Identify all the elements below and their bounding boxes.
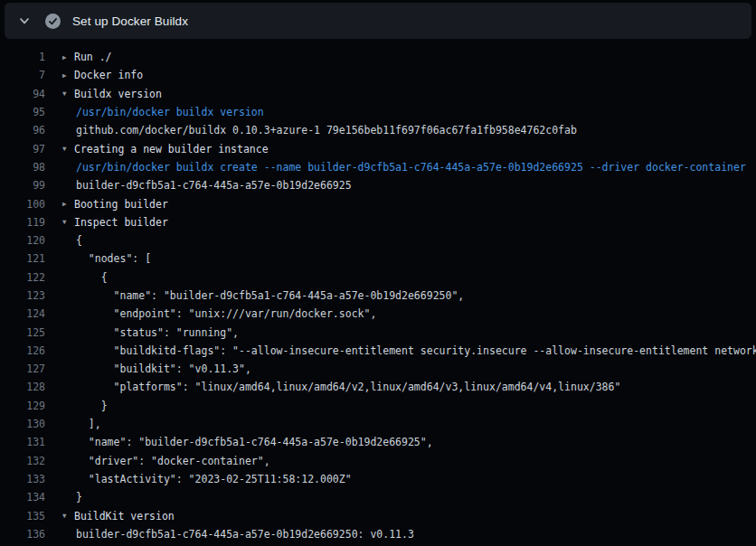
log-line: 96github.com/docker/buildx 0.10.3+azure-…	[0, 121, 756, 139]
line-number[interactable]: 99	[0, 179, 45, 192]
line-number[interactable]: 95	[0, 106, 45, 118]
line-number[interactable]: 129	[0, 400, 45, 412]
output-text: "nodes": [	[76, 252, 151, 265]
log-line: 98/usr/bin/docker buildx create --name b…	[0, 158, 756, 176]
output-text: }	[76, 400, 108, 412]
output-text: builder-d9cfb5a1-c764-445a-a57e-0b19d2e6…	[76, 528, 414, 541]
output-text: "endpoint": "unix:///var/run/docker.sock…	[76, 307, 376, 320]
output-text: {	[76, 234, 82, 247]
output-text: {	[76, 271, 108, 284]
log-line: 100▶Booting builder	[0, 194, 756, 212]
output-text: "buildkit": "v0.11.3",	[76, 362, 251, 375]
check-circle-icon	[45, 14, 61, 29]
expand-group-icon[interactable]: ▶	[62, 53, 74, 61]
output-text: "driver": "docker-container",	[76, 455, 270, 467]
line-number[interactable]: 97	[0, 143, 45, 155]
group-title[interactable]: Creating a new builder instance	[74, 143, 269, 155]
collapse-group-icon[interactable]: ▼	[62, 145, 74, 153]
step-header[interactable]: Set up Docker Buildx	[5, 3, 751, 39]
log-line: 97▼Creating a new builder instance	[0, 139, 756, 157]
line-number[interactable]: 124	[0, 307, 45, 320]
group-title[interactable]: Docker info	[74, 69, 143, 81]
line-number[interactable]: 119	[0, 216, 45, 229]
log-line: 131 "name": "builder-d9cfb5a1-c764-445a-…	[0, 433, 756, 451]
line-number[interactable]: 94	[0, 88, 45, 100]
line-number[interactable]: 7	[0, 69, 45, 81]
line-number[interactable]: 98	[0, 161, 45, 174]
output-text: ],	[76, 418, 101, 430]
line-number[interactable]: 126	[0, 344, 45, 357]
output-text: "status": "running",	[76, 326, 239, 339]
log-line: 134}	[0, 488, 756, 506]
output-text: builder-d9cfb5a1-c764-445a-a57e-0b19d2e6…	[76, 179, 352, 192]
log-lines: 1▶Run ./7▶Docker info94▼Buildx version95…	[0, 39, 756, 546]
line-number[interactable]: 100	[0, 198, 45, 211]
log-line: 126 "buildkitd-flags": "--allow-insecure…	[0, 342, 756, 360]
step-title: Set up Docker Buildx	[72, 14, 188, 28]
log-line: 1▶Run ./	[0, 48, 756, 66]
command-text: /usr/bin/docker buildx create --name bui…	[76, 161, 746, 174]
group-title[interactable]: Booting builder	[74, 198, 168, 211]
log-line: 135▼BuildKit version	[0, 506, 756, 524]
output-text: "name": "builder-d9cfb5a1-c764-445a-a57e…	[76, 436, 433, 448]
line-number[interactable]: 127	[0, 362, 45, 375]
log-line: 128 "platforms": "linux/amd64,linux/amd6…	[0, 378, 756, 396]
log-line: 123 "name": "builder-d9cfb5a1-c764-445a-…	[0, 287, 756, 305]
line-number[interactable]: 121	[0, 252, 45, 265]
log-line: 94▼Buildx version	[0, 85, 756, 103]
log-line: 7▶Docker info	[0, 66, 756, 84]
line-number[interactable]: 135	[0, 510, 45, 522]
log-line: 136builder-d9cfb5a1-c764-445a-a57e-0b19d…	[0, 525, 756, 543]
output-text: "buildkitd-flags": "--allow-insecure-ent…	[76, 344, 756, 357]
line-number[interactable]: 122	[0, 271, 45, 284]
collapse-group-icon[interactable]: ▼	[62, 218, 74, 226]
group-title[interactable]: Inspect builder	[74, 216, 168, 229]
log-line: 125 "status": "running",	[0, 323, 756, 341]
command-text: /usr/bin/docker buildx version	[76, 106, 264, 118]
line-number[interactable]: 128	[0, 381, 45, 393]
expand-group-icon[interactable]: ▶	[62, 200, 74, 208]
line-number[interactable]: 134	[0, 491, 45, 504]
expand-group-icon[interactable]: ▶	[62, 71, 74, 80]
log-line: 119▼Inspect builder	[0, 213, 756, 231]
chevron-down-icon[interactable]	[19, 15, 30, 26]
group-title[interactable]: BuildKit version	[74, 510, 175, 522]
group-title[interactable]: Run ./	[74, 51, 112, 63]
output-text: "name": "builder-d9cfb5a1-c764-445a-a57e…	[76, 289, 464, 302]
group-title[interactable]: Buildx version	[74, 88, 162, 100]
output-text: "platforms": "linux/amd64,linux/amd64/v2…	[76, 381, 620, 393]
collapse-group-icon[interactable]: ▼	[62, 512, 74, 520]
line-number[interactable]: 125	[0, 326, 45, 339]
log-line: 121 "nodes": [	[0, 249, 756, 268]
log-line: 95/usr/bin/docker buildx version	[0, 103, 756, 121]
log-line: 130 ],	[0, 415, 756, 433]
line-number[interactable]: 130	[0, 418, 45, 430]
line-number[interactable]: 136	[0, 528, 45, 541]
line-number[interactable]: 1	[0, 51, 45, 63]
output-text: "lastActivity": "2023-02-25T11:58:12.000…	[76, 473, 352, 485]
log-line: 122 {	[0, 268, 756, 287]
log-line: 124 "endpoint": "unix:///var/run/docker.…	[0, 305, 756, 323]
log-viewer: Set up Docker Buildx 1▶Run ./7▶Docker in…	[0, 0, 756, 546]
line-number[interactable]: 96	[0, 124, 45, 136]
log-line: 127 "buildkit": "v0.11.3",	[0, 360, 756, 378]
collapse-group-icon[interactable]: ▼	[62, 89, 74, 98]
log-line: 129 }	[0, 397, 756, 415]
line-number[interactable]: 133	[0, 473, 45, 485]
line-number[interactable]: 131	[0, 436, 45, 448]
line-number[interactable]: 123	[0, 289, 45, 302]
log-line: 132 "driver": "docker-container",	[0, 452, 756, 470]
output-text: github.com/docker/buildx 0.10.3+azure-1 …	[76, 124, 577, 136]
log-line: 120{	[0, 231, 756, 249]
output-text: }	[76, 491, 82, 504]
log-line: 99builder-d9cfb5a1-c764-445a-a57e-0b19d2…	[0, 176, 756, 194]
line-number[interactable]: 120	[0, 234, 45, 247]
log-line: 133 "lastActivity": "2023-02-25T11:58:12…	[0, 470, 756, 488]
line-number[interactable]: 132	[0, 455, 45, 467]
